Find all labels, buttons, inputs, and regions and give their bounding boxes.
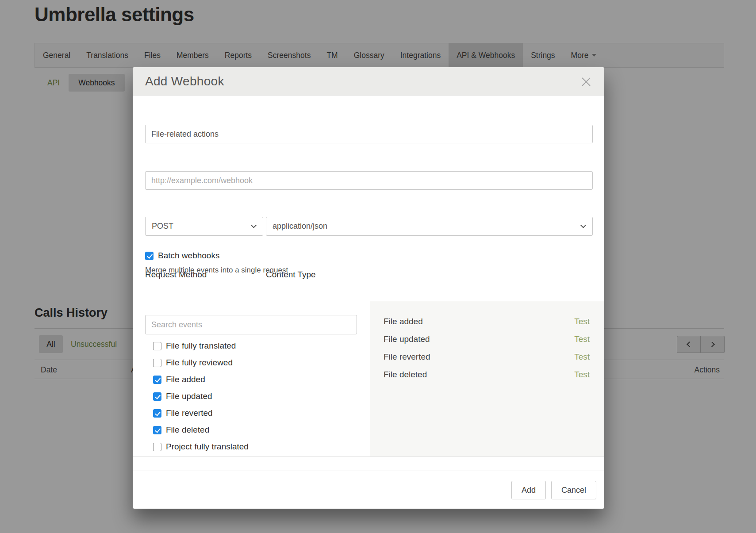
selected-event-label: File added: [384, 317, 423, 326]
selected-event-row: File reverted Test: [384, 348, 590, 366]
divider: [133, 471, 604, 471]
checkbox[interactable]: [153, 392, 161, 401]
test-link[interactable]: Test: [574, 352, 590, 362]
checkbox[interactable]: [153, 426, 161, 434]
batch-webhooks-help: Merge multiple events into a single requ…: [145, 266, 288, 275]
test-link[interactable]: Test: [574, 317, 590, 326]
request-method-select[interactable]: POST: [145, 217, 263, 236]
test-link[interactable]: Test: [574, 370, 590, 380]
selected-event-label: File deleted: [384, 370, 427, 380]
selected-events-panel: File added Test File updated Test File r…: [370, 301, 604, 456]
url-input[interactable]: [145, 171, 593, 190]
modal-title: Add Webhook: [145, 67, 224, 96]
content-type-value: application/json: [272, 222, 327, 230]
checkbox[interactable]: [153, 359, 161, 367]
event-option-label: Project fully translated: [166, 442, 249, 452]
selected-event-row: File updated Test: [384, 330, 590, 348]
add-button[interactable]: Add: [511, 481, 546, 499]
event-option-file-reverted[interactable]: File reverted: [153, 405, 370, 422]
event-option-label: File updated: [166, 391, 212, 401]
event-option-file-updated[interactable]: File updated: [153, 388, 370, 405]
events-section: File added Test File updated Test File r…: [133, 301, 604, 457]
chevron-down-icon: [580, 222, 586, 228]
event-option-file-fully-reviewed[interactable]: File fully reviewed: [153, 354, 370, 371]
checkbox[interactable]: [153, 409, 161, 418]
close-icon[interactable]: [580, 76, 592, 88]
selected-event-label: File reverted: [384, 352, 430, 362]
checkbox[interactable]: [153, 376, 161, 384]
selected-event-row: File added Test: [384, 313, 590, 330]
add-webhook-modal: Add Webhook Name URL Request Method Cont…: [133, 67, 604, 509]
event-option-label: File fully reviewed: [166, 358, 233, 368]
chevron-down-icon: [251, 222, 257, 228]
name-input[interactable]: [145, 125, 593, 143]
content-type-select[interactable]: application/json: [266, 217, 593, 236]
event-option-file-fully-translated[interactable]: File fully translated: [153, 337, 370, 354]
events-picker-panel: File fully translated File fully reviewe…: [133, 301, 370, 456]
event-option-label: File fully translated: [166, 341, 236, 351]
checkbox[interactable]: [153, 342, 161, 350]
batch-webhooks-row[interactable]: Batch webhooks: [145, 251, 219, 261]
selected-events-list: File added Test File updated Test File r…: [384, 313, 590, 383]
event-option-project-fully-translated[interactable]: Project fully translated: [153, 438, 370, 455]
selected-event-label: File updated: [384, 334, 430, 344]
selected-event-row: File deleted Test: [384, 366, 590, 383]
event-option-file-added[interactable]: File added: [153, 371, 370, 388]
search-events-input[interactable]: [145, 315, 357, 334]
event-option-label: File reverted: [166, 408, 213, 418]
modal-header: Add Webhook: [133, 67, 604, 96]
cancel-button[interactable]: Cancel: [551, 481, 596, 499]
event-option-label: File deleted: [166, 425, 209, 435]
batch-webhooks-label: Batch webhooks: [158, 251, 219, 261]
event-option-file-deleted[interactable]: File deleted: [153, 422, 370, 438]
request-method-value: POST: [152, 222, 173, 230]
batch-webhooks-checkbox[interactable]: [145, 252, 154, 260]
event-option-label: File added: [166, 375, 205, 384]
events-checkbox-list: File fully translated File fully reviewe…: [153, 337, 370, 455]
test-link[interactable]: Test: [574, 334, 590, 344]
checkbox[interactable]: [153, 443, 161, 451]
